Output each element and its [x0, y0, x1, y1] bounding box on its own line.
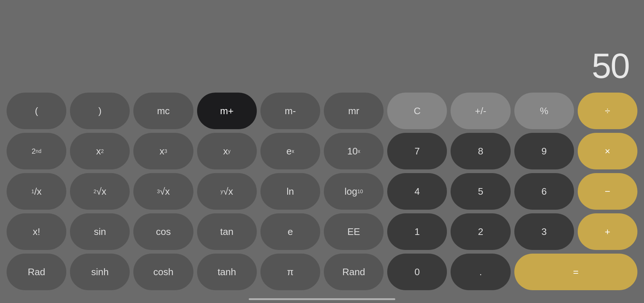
euler-button[interactable]: e [260, 213, 320, 250]
x-to-y-button[interactable]: xy [197, 133, 257, 169]
seven-button[interactable]: 7 [387, 133, 447, 169]
sin-button[interactable]: sin [70, 213, 130, 250]
six-button[interactable]: 6 [514, 173, 574, 210]
pi-button[interactable]: π [260, 254, 320, 290]
tanh-button[interactable]: tanh [197, 254, 257, 290]
multiply-button[interactable]: × [578, 133, 637, 169]
home-indicator [0, 297, 644, 303]
tan-button[interactable]: tan [197, 213, 257, 250]
factorial-button[interactable]: x! [7, 213, 66, 250]
display-value: 50 [592, 46, 629, 86]
m-plus-button[interactable]: m+ [197, 93, 257, 129]
zero-button[interactable]: 0 [387, 254, 447, 290]
one-button[interactable]: 1 [387, 213, 447, 250]
equals-button[interactable]: = [514, 254, 637, 290]
subtract-button[interactable]: − [578, 173, 637, 210]
one-over-x-button[interactable]: 1/x [7, 173, 66, 210]
three-button[interactable]: 3 [514, 213, 574, 250]
e-to-x-button[interactable]: ex [260, 133, 320, 169]
open-paren-button[interactable]: ( [7, 93, 66, 129]
cos-button[interactable]: cos [133, 213, 193, 250]
x-cubed-button[interactable]: x3 [133, 133, 193, 169]
x-squared-button[interactable]: x2 [70, 133, 130, 169]
rad-button[interactable]: Rad [7, 254, 66, 290]
decimal-button[interactable]: . [451, 254, 510, 290]
mr-button[interactable]: mr [324, 93, 384, 129]
two-button[interactable]: 2 [451, 213, 510, 250]
ee-button[interactable]: EE [324, 213, 384, 250]
calculator-grid: ()mcm+m-mrC+/-%÷2ndx2x3xyex10x789×1/x2√x… [0, 90, 644, 297]
y-root-button[interactable]: y√x [197, 173, 257, 210]
four-button[interactable]: 4 [387, 173, 447, 210]
second-button[interactable]: 2nd [7, 133, 66, 169]
plus-minus-button[interactable]: +/- [451, 93, 510, 129]
mc-button[interactable]: mc [133, 93, 193, 129]
square-root-button[interactable]: 2√x [70, 173, 130, 210]
close-paren-button[interactable]: ) [70, 93, 130, 129]
divide-button[interactable]: ÷ [578, 93, 637, 129]
cube-root-button[interactable]: 3√x [133, 173, 193, 210]
clear-button[interactable]: C [387, 93, 447, 129]
percent-button[interactable]: % [514, 93, 574, 129]
home-bar [249, 298, 395, 300]
nine-button[interactable]: 9 [514, 133, 574, 169]
ten-to-x-button[interactable]: 10x [324, 133, 384, 169]
rand-button[interactable]: Rand [324, 254, 384, 290]
log10-button[interactable]: log10 [324, 173, 384, 210]
cosh-button[interactable]: cosh [133, 254, 193, 290]
five-button[interactable]: 5 [451, 173, 510, 210]
sinh-button[interactable]: sinh [70, 254, 130, 290]
m-minus-button[interactable]: m- [260, 93, 320, 129]
eight-button[interactable]: 8 [451, 133, 510, 169]
ln-button[interactable]: ln [260, 173, 320, 210]
add-button[interactable]: + [578, 213, 637, 250]
display: 50 [0, 0, 644, 90]
